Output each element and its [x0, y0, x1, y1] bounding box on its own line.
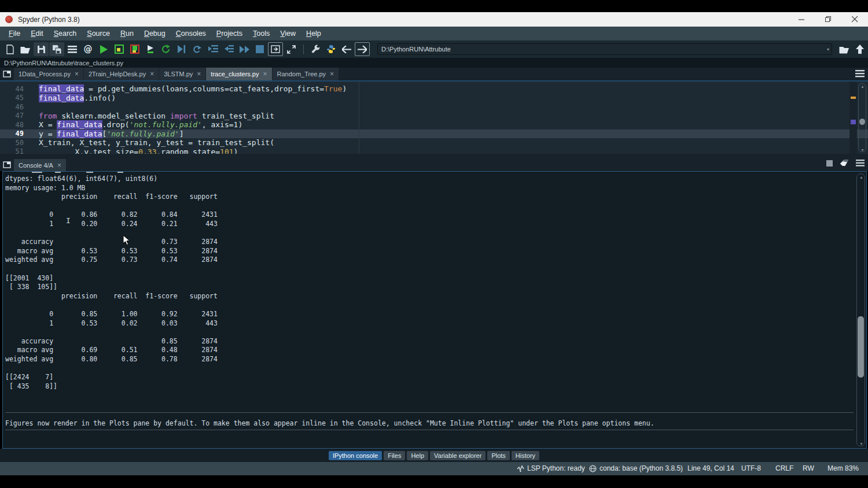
- console-divider-bottom: [5, 430, 854, 430]
- menu-search[interactable]: Search: [49, 29, 82, 38]
- pane-tab-help[interactable]: Help: [407, 451, 428, 460]
- fullscreen-icon[interactable]: [284, 42, 299, 56]
- tab-close-icon[interactable]: ×: [75, 71, 79, 77]
- scroll-up-icon[interactable]: ▲: [860, 84, 865, 88]
- code-line-44[interactable]: 44final_data = pd.get_dummies(loans,colu…: [0, 84, 868, 94]
- console-tab-close-icon[interactable]: ×: [57, 162, 61, 169]
- tab-close-icon[interactable]: ×: [330, 71, 334, 77]
- editor-scrollbar-thumb[interactable]: [859, 119, 865, 125]
- browse-tabs-icon[interactable]: [0, 68, 14, 80]
- interrupt-kernel-icon[interactable]: [826, 158, 833, 169]
- debug-step-out-icon[interactable]: [221, 42, 236, 56]
- tab-close-icon[interactable]: ×: [197, 71, 201, 77]
- run-cell-icon[interactable]: [112, 42, 127, 56]
- forward-icon[interactable]: [355, 42, 370, 56]
- pane-tab-history[interactable]: History: [512, 451, 539, 460]
- working-directory-combobox[interactable]: D:\PythonRUN\Attrubute ▾: [377, 43, 832, 55]
- stop-debugging-icon[interactable]: [252, 42, 267, 56]
- run-cell-advance-icon[interactable]: [127, 42, 142, 56]
- menu-debug[interactable]: Debug: [139, 29, 171, 38]
- run-file-icon[interactable]: [96, 42, 111, 56]
- editor-tab-trace_clusters.py[interactable]: trace_clusters.py×: [206, 68, 271, 80]
- line-number: 45: [0, 94, 24, 102]
- parent-dir-icon[interactable]: [852, 42, 867, 56]
- console-browse-tabs-icon[interactable]: [0, 158, 14, 171]
- console-scrollbar-thumb[interactable]: [858, 316, 864, 378]
- menu-projects[interactable]: Projects: [211, 29, 248, 38]
- debug-step-into-icon[interactable]: [205, 42, 220, 56]
- code-line-47[interactable]: 47from sklearn.model_selection import tr…: [0, 112, 868, 121]
- current-file-path: D:\PythonRUN\Attrubute\trace_clusters.py: [4, 60, 123, 66]
- code-line-49[interactable]: 49y = final_data['not.fully.paid']: [0, 130, 868, 139]
- editor-tab-Random_Tree.py[interactable]: Random_Tree.py×: [273, 68, 339, 80]
- pane-tab-ipython-console[interactable]: IPython console: [329, 451, 382, 460]
- pane-tab-files[interactable]: Files: [384, 451, 405, 460]
- python-path-manager-icon[interactable]: [323, 42, 339, 56]
- symbol-finder-icon[interactable]: @: [80, 42, 95, 56]
- debug-continue-icon[interactable]: [237, 42, 252, 56]
- editor-tab-3LSTM.py[interactable]: 3LSTM.py×: [159, 68, 205, 80]
- pane-tab-plots[interactable]: Plots: [487, 451, 509, 460]
- chevron-down-icon[interactable]: ▾: [827, 47, 829, 52]
- preferences-icon[interactable]: [308, 42, 323, 56]
- rerun-cell-icon[interactable]: [159, 42, 174, 56]
- editor-tab-2Train_HelpDesk.py[interactable]: 2Train_HelpDesk.py×: [84, 68, 159, 80]
- lsp-status: LSP Python: ready: [517, 464, 585, 472]
- remove-variables-icon[interactable]: [840, 158, 849, 169]
- editor-options-menu-icon[interactable]: [855, 69, 865, 80]
- tab-close-icon[interactable]: ×: [263, 71, 267, 77]
- menu-consoles[interactable]: Consoles: [171, 29, 211, 38]
- maximize-pane-icon[interactable]: [268, 42, 283, 56]
- working-directory-value: D:\PythonRUN\Attrubute: [381, 46, 451, 53]
- console-tab[interactable]: Console 4/A ×: [14, 159, 66, 171]
- file-switcher-icon[interactable]: [65, 42, 80, 56]
- menu-edit[interactable]: Edit: [25, 29, 49, 38]
- code-line-46[interactable]: 46: [0, 102, 868, 112]
- console-tab-label: Console 4/A: [19, 162, 53, 169]
- tab-close-icon[interactable]: ×: [150, 71, 154, 77]
- scroll-flag-occurrence[interactable]: [851, 120, 856, 124]
- code-text: final_data = pd.get_dummies(loans,column…: [39, 84, 347, 93]
- code-editor[interactable]: 44final_data = pd.get_dummies(loans,colu…: [0, 82, 868, 157]
- menu-view[interactable]: View: [275, 29, 301, 38]
- close-button[interactable]: [841, 12, 868, 27]
- run-selection-icon[interactable]: [143, 42, 158, 56]
- code-segment: 'not.fully.paid': [106, 130, 179, 138]
- menu-run[interactable]: Run: [115, 29, 139, 38]
- code-line-48[interactable]: 48X = final_data.drop('not.fully.paid', …: [0, 120, 868, 130]
- ipython-console-output[interactable]: dtypes: float64(6), int64(7), uint8(6) m…: [2, 171, 867, 449]
- console-scroll-up-icon[interactable]: ▲: [859, 175, 863, 179]
- scroll-down-icon[interactable]: ▼: [860, 148, 865, 152]
- debug-step-icon[interactable]: [190, 42, 205, 56]
- scroll-flag-warning[interactable]: [851, 97, 856, 99]
- open-file-icon[interactable]: [18, 42, 33, 56]
- code-segment: train_test_split: [197, 112, 274, 120]
- code-line-50[interactable]: 50X_train, X_test, y_train, y_test = tra…: [0, 138, 868, 147]
- readwrite-status: RW: [803, 464, 814, 472]
- code-segment: import: [170, 112, 197, 120]
- back-icon[interactable]: [339, 42, 354, 56]
- new-file-icon[interactable]: [2, 42, 17, 56]
- pane-tab-variable-explorer[interactable]: Variable explorer: [430, 451, 486, 460]
- working-dir-open-icon[interactable]: [837, 42, 852, 56]
- console-options-menu-icon[interactable]: [856, 158, 865, 169]
- save-icon[interactable]: [34, 42, 49, 56]
- line-number: 48: [0, 121, 24, 129]
- line-number: 49: [0, 130, 24, 138]
- code-segment: .drop(: [102, 120, 130, 129]
- menu-help[interactable]: Help: [301, 29, 326, 38]
- minimize-button[interactable]: [788, 12, 815, 27]
- console-scroll-down-icon[interactable]: ▼: [859, 442, 863, 446]
- menu-source[interactable]: Source: [82, 29, 115, 38]
- menu-tools[interactable]: Tools: [248, 29, 275, 38]
- code-segment: ]: [179, 130, 184, 138]
- title-bar: Spyder (Python 3.8): [0, 12, 868, 27]
- editor-tab-1Data_Process.py[interactable]: 1Data_Process.py×: [14, 68, 83, 80]
- save-all-icon[interactable]: [49, 42, 64, 56]
- console-scrollbar[interactable]: [856, 173, 865, 446]
- editor-scrollbar[interactable]: [858, 83, 866, 152]
- menu-file[interactable]: File: [3, 29, 25, 38]
- debug-file-icon[interactable]: [174, 42, 189, 56]
- restore-button[interactable]: [815, 12, 841, 27]
- code-line-45[interactable]: 45final_data.info(): [0, 94, 868, 103]
